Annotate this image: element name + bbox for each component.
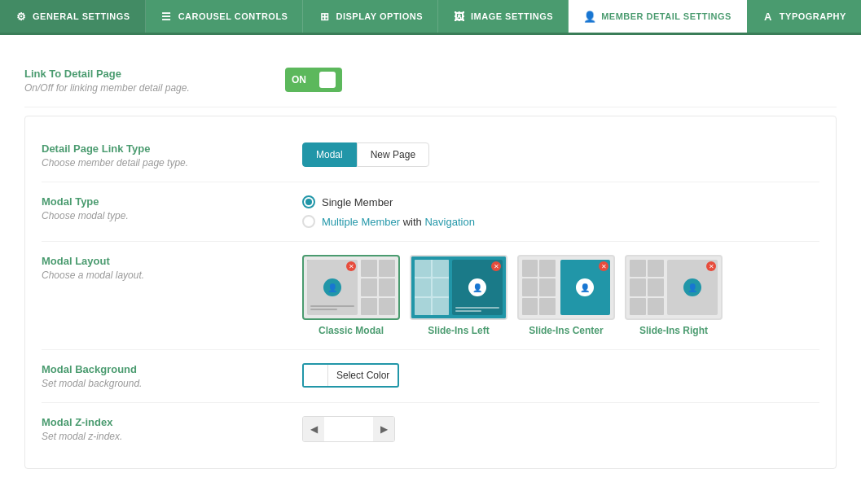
slide-left-visual: 👤 ✕ (411, 256, 506, 318)
member-detail-settings-icon: 👤 (583, 10, 596, 23)
modal-zindex-label: Modal Z-index (42, 416, 302, 428)
classic-close-x: ✕ (346, 261, 356, 271)
slide-center-left-grid (522, 260, 556, 315)
color-select-button[interactable]: Select Color (302, 363, 399, 388)
tab-general-settings[interactable]: ⚙GENERAL SETTINGS (0, 0, 146, 33)
typography-icon: A (762, 10, 775, 23)
multiple-member-label: Multiple Member with Navigation (322, 216, 475, 228)
tab-carousel-controls[interactable]: ☰CAROUSEL CONTROLS (146, 0, 304, 33)
carousel-controls-label: CAROUSEL CONTROLS (178, 11, 288, 21)
zindex-spinner: ◀ 99999 ▶ (302, 416, 395, 442)
tab-image-settings[interactable]: 🖼IMAGE SETTINGS (438, 0, 569, 33)
slide-ins-center-label: Slide-Ins Center (517, 325, 615, 336)
detail-page-link-type-label-col: Detail Page Link Type Choose member deta… (42, 142, 302, 169)
classic-right-grid (361, 260, 395, 315)
detail-page-link-type-control: Modal New Page (302, 142, 819, 167)
zindex-decrement-btn[interactable]: ◀ (303, 417, 324, 441)
classic-modal-card[interactable]: ✓ 👤 ✕ (302, 255, 400, 336)
detail-page-link-type-desc: Choose member detail page type. (42, 157, 302, 169)
modal-zindex-control: ◀ 99999 ▶ (302, 416, 819, 442)
modal-type-row: Modal Type Choose modal type. Single Mem… (42, 182, 819, 242)
classic-modal-preview: ✓ 👤 ✕ (302, 255, 400, 320)
tab-typography[interactable]: ATYPOGRAPHY (747, 0, 861, 33)
modal-layout-row: Modal Layout Choose a modal layout. ✓ 👤 … (42, 242, 819, 350)
color-select-text: Select Color (328, 370, 398, 381)
slide-center-visual: 👤 ✕ (519, 256, 613, 318)
modal-background-row: Modal Background Set modal background. S… (42, 350, 819, 403)
slide-ins-left-preview: 👤 ✕ (410, 255, 507, 320)
slide-right-left-grid (630, 260, 664, 315)
modal-background-label: Modal Background (42, 363, 302, 375)
tab-navigation: ⚙GENERAL SETTINGS☰CAROUSEL CONTROLS⊞DISP… (0, 0, 861, 35)
color-swatch (304, 363, 328, 388)
modal-btn[interactable]: Modal (302, 142, 357, 167)
multiple-member-option[interactable]: Multiple Member with Navigation (302, 215, 475, 228)
carousel-controls-icon: ☰ (160, 10, 174, 23)
slide-ins-center-preview: 👤 ✕ (517, 255, 615, 320)
general-settings-label: GENERAL SETTINGS (33, 11, 130, 21)
modal-background-control: Select Color (302, 363, 819, 388)
classic-profile-icon: 👤 (323, 278, 341, 296)
new-page-btn[interactable]: New Page (357, 142, 429, 167)
modal-zindex-desc: Set modal z-index. (42, 431, 302, 442)
link-to-detail-control: ON (285, 68, 837, 92)
modal-type-control: Single Member Multiple Member with Navig… (302, 195, 819, 228)
single-member-option[interactable]: Single Member (302, 195, 475, 208)
modal-layout-control: ✓ 👤 ✕ (302, 255, 819, 336)
detail-settings-section: Detail Page Link Type Choose member deta… (24, 116, 837, 469)
modal-type-label: Modal Type (42, 195, 302, 208)
image-settings-label: IMAGE SETTINGS (471, 11, 553, 21)
tab-member-detail-settings[interactable]: 👤MEMBER DETAIL SETTINGS (569, 0, 747, 33)
zindex-increment-btn[interactable]: ▶ (373, 417, 394, 441)
member-detail-settings-label: MEMBER DETAIL SETTINGS (601, 11, 731, 21)
slide-right-visual: 👤 ✕ (626, 256, 721, 318)
slide-ins-left-label: Slide-Ins Left (410, 325, 507, 336)
modal-layout-label: Modal Layout (42, 255, 302, 267)
link-to-detail-toggle[interactable]: ON (285, 68, 342, 92)
multiple-member-radio (302, 215, 315, 228)
typography-label: TYPOGRAPHY (780, 11, 846, 21)
classic-left-panel: 👤 ✕ (307, 260, 358, 315)
slide-ins-left-card[interactable]: 👤 ✕ Slide-Ins Left (410, 255, 507, 336)
modal-type-label-col: Modal Type Choose modal type. (42, 195, 302, 221)
toggle-knob (319, 72, 336, 88)
slide-center-panel: 👤 ✕ (560, 260, 610, 315)
tab-display-options[interactable]: ⊞DISPLAY OPTIONS (303, 0, 438, 33)
slide-right-panel: 👤 ✕ (667, 260, 718, 315)
multiple-member-prefix: Multiple Member (322, 216, 400, 228)
multiple-member-nav: Navigation (424, 216, 474, 228)
multiple-member-suffix: with (400, 216, 424, 228)
slide-ins-right-label: Slide-Ins Right (625, 325, 723, 336)
link-to-detail-label: Link To Detail Page (24, 68, 285, 80)
modal-type-desc: Choose modal type. (42, 210, 302, 221)
modal-layout-label-col: Modal Layout Choose a modal layout. (42, 255, 302, 281)
slide-left-panel: 👤 ✕ (452, 260, 503, 315)
layout-cards: ✓ 👤 ✕ (302, 255, 723, 336)
slide-left-grid (415, 260, 449, 315)
modal-background-desc: Set modal background. (42, 378, 302, 389)
modal-zindex-row: Modal Z-index Set modal z-index. ◀ 99999… (42, 403, 819, 455)
zindex-value-input[interactable]: 99999 (324, 417, 373, 441)
general-settings-icon: ⚙ (15, 10, 28, 23)
slide-ins-right-card[interactable]: 👤 ✕ Slide-Ins Right (625, 255, 723, 336)
link-to-detail-row: Link To Detail Page On/Off for linking m… (24, 55, 837, 107)
classic-layout-visual: 👤 ✕ (304, 256, 398, 318)
link-type-btn-group: Modal New Page (302, 142, 429, 167)
single-member-label: Single Member (322, 196, 393, 208)
card-line-1 (310, 305, 354, 307)
modal-zindex-label-col: Modal Z-index Set modal z-index. (42, 416, 302, 442)
toggle-label: ON (292, 74, 306, 85)
modal-type-radio-group: Single Member Multiple Member with Navig… (302, 195, 475, 228)
slide-ins-center-card[interactable]: 👤 ✕ Slide-Ins Center (517, 255, 615, 336)
single-member-radio (302, 195, 315, 208)
link-to-detail-desc: On/Off for linking member detail page. (24, 82, 285, 94)
display-options-icon: ⊞ (318, 10, 331, 23)
detail-page-link-type-row: Detail Page Link Type Choose member deta… (42, 129, 819, 182)
detail-page-link-type-label: Detail Page Link Type (42, 142, 302, 155)
classic-modal-label: Classic Modal (302, 325, 400, 336)
main-content: Link To Detail Page On/Off for linking m… (0, 35, 861, 504)
image-settings-icon: 🖼 (453, 10, 466, 23)
slide-ins-right-preview: 👤 ✕ (625, 255, 723, 320)
display-options-label: DISPLAY OPTIONS (336, 11, 423, 21)
modal-layout-desc: Choose a modal layout. (42, 270, 302, 281)
